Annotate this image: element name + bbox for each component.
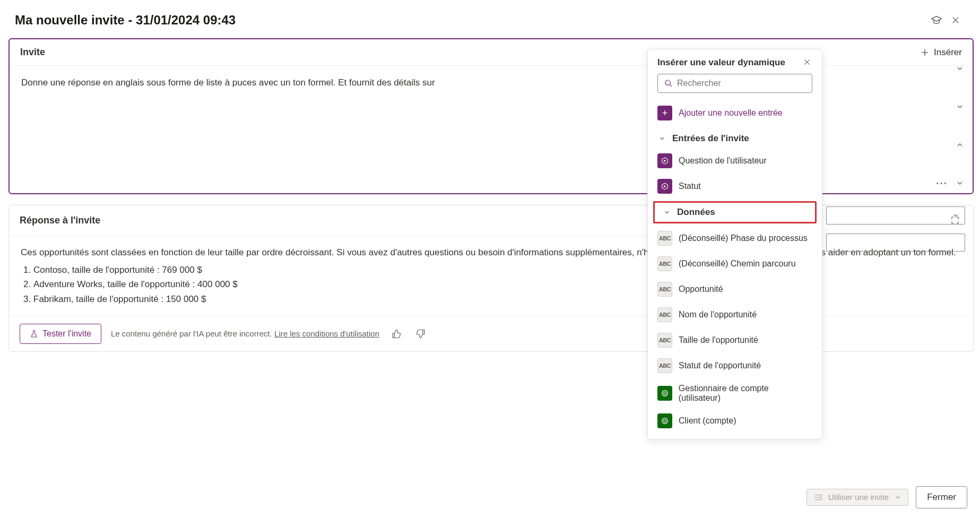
svg-point-2 — [662, 418, 668, 424]
search-input[interactable] — [657, 74, 812, 93]
chevron-down-icon — [956, 179, 964, 187]
use-prompt-button: Utiliser une invite — [806, 489, 908, 506]
flask-icon — [30, 330, 38, 338]
prompt-text: Donne une réponse en anglais sous forme … — [21, 77, 435, 88]
more-options[interactable]: ⋯ — [935, 176, 964, 190]
response-header: Réponse à l'invite — [20, 215, 100, 226]
data-item[interactable]: ABC Taille de l'opportunité — [648, 327, 822, 353]
input-item-user-question[interactable]: Question de l'utilisateur — [648, 148, 822, 174]
thumbs-down-icon[interactable] — [413, 326, 428, 341]
data-item[interactable]: ABC (Déconseillé) Phase du processus — [648, 226, 822, 251]
terms-link[interactable]: Lire les conditions d'utilisation — [274, 329, 379, 338]
panel-title: Insérer une valeur dynamique — [657, 57, 785, 68]
field-icon: ABC — [657, 231, 672, 246]
data-item[interactable]: Client (compte) — [648, 408, 822, 434]
thumbs-up-icon[interactable] — [389, 326, 404, 341]
field-icon: ABC — [657, 282, 672, 297]
field-icon: ABC — [657, 358, 672, 373]
chevron-down-icon[interactable] — [956, 102, 964, 111]
relation-icon — [657, 413, 672, 428]
data-item[interactable]: Gestionnaire de compte (utilisateur) — [648, 378, 822, 408]
chevron-down-icon — [662, 208, 672, 217]
chevron-down-icon — [657, 134, 667, 143]
input-item-status[interactable]: Statut — [648, 174, 822, 199]
data-item[interactable]: ABC Nom de l'opportunité — [648, 302, 822, 327]
properties-strip: ⋯ — [826, 49, 980, 260]
dynamic-value-panel: Insérer une valeur dynamique + Ajouter u… — [647, 49, 822, 439]
list-icon — [813, 493, 823, 502]
field-icon: ABC — [657, 256, 672, 271]
field-icon: ABC — [657, 307, 672, 322]
data-item[interactable]: ABC Statut de l'opportunité — [648, 353, 822, 378]
close-dialog-button[interactable]: Fermer — [916, 486, 967, 508]
close-icon[interactable] — [946, 11, 965, 30]
learn-icon[interactable] — [927, 11, 946, 30]
data-section-header[interactable]: Données — [653, 201, 817, 223]
search-icon — [664, 79, 673, 88]
prompt-header: Invite — [20, 47, 45, 58]
chevron-down-icon — [894, 494, 901, 501]
hexagon-icon — [657, 153, 672, 168]
add-new-input-label: Ajouter une nouvelle entrée — [679, 108, 783, 118]
chevron-up-icon[interactable] — [956, 141, 964, 149]
more-icon: ⋯ — [935, 176, 948, 190]
add-new-input-button[interactable]: + Ajouter une nouvelle entrée — [648, 100, 822, 126]
hexagon-icon — [657, 179, 672, 194]
test-label: Tester l'invite — [42, 329, 91, 339]
test-prompt-button[interactable]: Tester l'invite — [20, 324, 101, 344]
page-title: Ma nouvelle invite - 31/01/2024 09:43 — [15, 13, 236, 28]
disclaimer: Le contenu généré par l'IA peut être inc… — [111, 329, 379, 338]
search-field[interactable] — [677, 79, 805, 88]
inputs-section-header[interactable]: Entrées de l'invite — [648, 126, 822, 148]
svg-point-1 — [662, 391, 668, 396]
property-dropdown[interactable] — [826, 206, 965, 225]
chevron-down-icon — [952, 212, 959, 219]
field-icon: ABC — [657, 333, 672, 348]
svg-point-0 — [665, 80, 670, 85]
chevron-down-icon[interactable] — [956, 64, 964, 73]
data-item[interactable]: ABC (Déconseillé) Chemin parcouru — [648, 251, 822, 277]
data-item[interactable]: ABC Opportunité — [648, 277, 822, 302]
plus-square-icon: + — [657, 106, 672, 120]
panel-close-icon[interactable] — [802, 57, 812, 67]
relation-icon — [657, 386, 672, 401]
property-textbox[interactable] — [826, 234, 965, 252]
